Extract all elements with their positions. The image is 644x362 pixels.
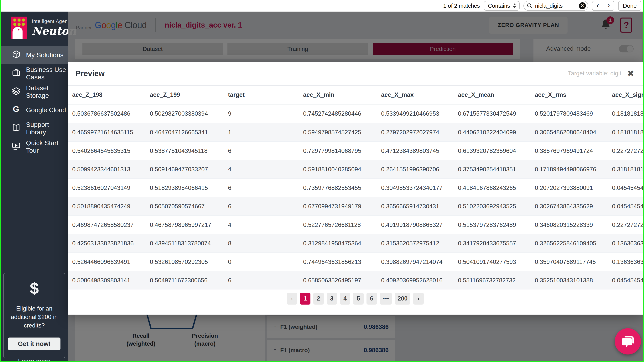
table-cell: 0.5949798574527425 [303,129,381,136]
table-cell: 0.5402664545635315 [72,147,150,154]
table-cell: 0.3656665914730431 [381,203,458,210]
table-row: 0.50367866375024860.502982700338039490.7… [68,105,643,123]
table-cell: 0.3525100343101388 [535,277,612,284]
sidebar-item-my-solutions[interactable]: My Solutions [1,46,68,64]
get-credits-button[interactable]: Get it now! [8,337,60,350]
sidebar-item-business-use-cases[interactable]: Business Use Cases [1,64,68,83]
sidebar-item-label: Quick Start Tour [26,139,68,154]
table-cell: 0.6770994731949179 [303,203,381,210]
table-cell: 0.5041091740277593 [458,258,535,265]
table-cell: 0.5182938954066415 [150,184,228,191]
app-logo[interactable]: Intelligent Agent Neuton [1,12,68,44]
sidebar-item-quick-start-tour[interactable]: Quick Start Tour [1,137,68,156]
dollar-icon: $ [4,279,65,298]
column-header-acc_x_max: acc_X_max [381,91,458,98]
pagination-page-3[interactable]: 3 [326,293,337,304]
pagination-prev-icon[interactable]: ‹ [287,293,297,304]
table-cell: 0.3417928433675557 [458,240,535,247]
pagination-ellipsis[interactable]: ••• [380,293,392,304]
table-cell: 0.227272727 [612,147,643,154]
sidebar-item-label: Dataset Storage [26,84,68,99]
column-header-acc_x_sign: acc_X_sign [612,91,643,98]
table-cell: 0.5102203692943525 [458,203,535,210]
table-cell: 0.5326108570292305 [150,258,228,265]
find-mode-value: Contains [488,3,510,9]
table-cell: 0.2072027393880091 [535,184,612,191]
table-cell: 0.045454545 [612,203,643,210]
table-cell: 0.7449643631856213 [303,258,381,265]
pagination-next-icon[interactable]: › [413,293,424,304]
pagination-page-5[interactable]: 5 [353,293,364,304]
table-cell: 0.5238616027043149 [72,184,150,191]
cube-icon [12,50,20,60]
table-cell: 4 [228,221,303,228]
table-cell: 0.5264466096639491 [72,258,150,265]
pagination-page-200[interactable]: 200 [394,293,410,304]
column-header-target: target [228,91,303,98]
table-row: 0.50864983098031410.504971167230065660.6… [68,271,643,289]
table-cell: 0.045454545 [612,184,643,191]
table-cell: 0.3026743864335629 [535,203,612,210]
table-cell: 0.318181818 [612,166,643,173]
table-cell: 0.3857697969491724 [535,147,612,154]
column-header-acc_x_min: acc_X_min [303,91,381,98]
table-cell: 0.5091469477033207 [150,166,228,173]
table-cell: 0.5029827003380394 [150,110,228,117]
table-cell: 6 [228,277,303,284]
sidebar-item-google-cloud[interactable]: GGoogle Cloud [1,101,68,119]
column-header-acc_z_199: acc_Z_199 [150,91,228,98]
find-mode-select[interactable]: Contains [484,1,520,11]
table-cell: 0.181818181 [612,129,643,136]
table-cell: 0.3753490254418351 [458,166,535,173]
pagination-page-1[interactable]: 1 [300,293,310,304]
modal-title: Preview [76,69,104,78]
tour-icon [12,142,20,152]
pagination-page-4[interactable]: 4 [340,293,350,304]
find-search-field[interactable]: nicla_digits ✕ [524,1,588,11]
table-cell: 0.32656225846109405 [535,240,612,247]
sidebar-item-dataset-storage[interactable]: Dataset Storage [1,83,68,101]
table-cell: 0.46758798965997217 [150,221,228,228]
table-cell: 6 [228,184,303,191]
table-cell: 0.136363636 [612,258,643,265]
clear-search-icon[interactable]: ✕ [579,2,586,9]
table-cell: 6 [228,203,303,210]
column-header-acc_x_rms: acc_X_rms [535,91,612,98]
sidebar-item-label: My Solutions [26,51,64,59]
table-cell: 0.045454545 [612,277,643,284]
table-cell: 0.6585063526495197 [303,277,381,284]
table-cell: 0.227272727 [612,221,643,228]
table-cell: 0.4184167868243265 [458,184,535,191]
briefcase-icon [12,68,20,79]
table-cell: 0.5227765726681128 [303,221,381,228]
pagination-page-6[interactable]: 6 [366,293,377,304]
pagination: ‹123456•••200› [68,293,643,304]
table-cell: 0.5387751043945118 [150,147,228,154]
capture-frame-left [0,0,1,362]
table-cell: 0.43945118313780074 [150,240,228,247]
find-done-button[interactable]: Done [618,1,641,11]
table-cell: 0.30498533724340177 [381,184,458,191]
find-previous-button[interactable]: ‹ [592,1,603,11]
table-cell: 0.5511696732782732 [458,277,535,284]
table-cell: 0.4647047126665341 [150,129,228,136]
column-header-acc_z_198: acc_Z_198 [72,91,150,98]
column-header-acc_x_mean: acc_X_mean [458,91,535,98]
table-cell: 8 [228,240,303,247]
sidebar-item-support-library[interactable]: Support Library [1,119,68,137]
table-cell: 0.40920369952628016 [381,277,458,284]
select-carets-icon [513,4,516,8]
table-header-row: acc_Z_198acc_Z_199targetacc_X_minacc_X_m… [68,85,643,105]
table-cell: 0.46987472658580237 [72,221,150,228]
sidebar: Intelligent Agent Neuton My SolutionsBus… [1,12,68,361]
pagination-page-2[interactable]: 2 [313,293,324,304]
table-cell: 0.42563133823821836 [72,240,150,247]
table-cell: 0.35970407689117745 [535,258,612,265]
close-icon[interactable]: ✖ [627,69,634,78]
book-icon [12,123,20,134]
chat-launcher-button[interactable] [615,328,641,354]
find-next-button[interactable]: › [603,1,614,11]
table-cell: 0.6715577330472549 [458,110,535,117]
table-cell: 4 [228,166,303,173]
table-body: 0.50367866375024860.502982700338039490.7… [68,105,643,289]
